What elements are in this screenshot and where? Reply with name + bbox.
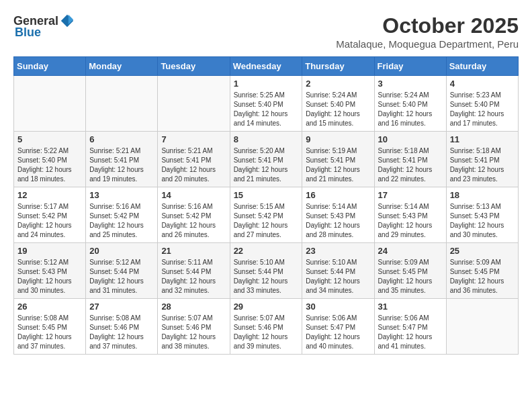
day-info: Sunrise: 5:09 AM Sunset: 5:45 PM Dayligh… [450, 258, 515, 295]
day-info: Sunrise: 5:18 AM Sunset: 5:41 PM Dayligh… [378, 146, 443, 184]
day-number: 15 [234, 190, 299, 200]
day-info: Sunrise: 5:17 AM Sunset: 5:42 PM Dayligh… [17, 202, 82, 240]
header-day-tuesday: Tuesday [158, 57, 230, 76]
day-number: 25 [450, 246, 515, 256]
calendar-cell: 27Sunrise: 5:08 AM Sunset: 5:46 PM Dayli… [86, 299, 158, 355]
day-number: 23 [306, 246, 370, 256]
day-number: 21 [161, 246, 226, 256]
calendar-cell: 14Sunrise: 5:16 AM Sunset: 5:42 PM Dayli… [158, 187, 230, 243]
day-info: Sunrise: 5:08 AM Sunset: 5:46 PM Dayligh… [89, 314, 154, 351]
day-info: Sunrise: 5:22 AM Sunset: 5:40 PM Dayligh… [17, 146, 82, 184]
day-number: 4 [450, 79, 515, 89]
header-day-sunday: Sunday [14, 57, 86, 76]
calendar-cell: 25Sunrise: 5:09 AM Sunset: 5:45 PM Dayli… [446, 243, 518, 299]
calendar-cell: 5Sunrise: 5:22 AM Sunset: 5:40 PM Daylig… [14, 132, 86, 187]
day-info: Sunrise: 5:07 AM Sunset: 5:46 PM Dayligh… [234, 314, 299, 351]
day-info: Sunrise: 5:15 AM Sunset: 5:42 PM Dayligh… [234, 202, 299, 240]
calendar-cell [158, 76, 230, 132]
calendar-cell: 18Sunrise: 5:13 AM Sunset: 5:43 PM Dayli… [446, 187, 518, 243]
day-info: Sunrise: 5:24 AM Sunset: 5:40 PM Dayligh… [378, 91, 443, 128]
day-number: 11 [450, 134, 515, 144]
calendar-cell [14, 76, 86, 132]
day-number: 3 [378, 79, 443, 89]
day-info: Sunrise: 5:19 AM Sunset: 5:41 PM Dayligh… [306, 146, 370, 184]
day-info: Sunrise: 5:09 AM Sunset: 5:45 PM Dayligh… [378, 258, 443, 295]
day-info: Sunrise: 5:07 AM Sunset: 5:46 PM Dayligh… [161, 314, 226, 351]
day-info: Sunrise: 5:24 AM Sunset: 5:40 PM Dayligh… [306, 91, 370, 128]
calendar-cell: 2Sunrise: 5:24 AM Sunset: 5:40 PM Daylig… [302, 76, 374, 132]
day-number: 6 [89, 134, 154, 144]
day-number: 27 [89, 302, 154, 312]
day-info: Sunrise: 5:06 AM Sunset: 5:47 PM Dayligh… [306, 314, 370, 351]
calendar-cell: 28Sunrise: 5:07 AM Sunset: 5:46 PM Dayli… [158, 299, 230, 355]
day-number: 22 [234, 246, 299, 256]
calendar-week-row: 19Sunrise: 5:12 AM Sunset: 5:43 PM Dayli… [14, 243, 519, 299]
calendar-header-row: SundayMondayTuesdayWednesdayThursdayFrid… [14, 57, 519, 76]
day-number: 30 [306, 302, 370, 312]
day-info: Sunrise: 5:21 AM Sunset: 5:41 PM Dayligh… [161, 146, 226, 184]
calendar-cell: 29Sunrise: 5:07 AM Sunset: 5:46 PM Dayli… [230, 299, 302, 355]
day-info: Sunrise: 5:16 AM Sunset: 5:42 PM Dayligh… [89, 202, 154, 240]
calendar-cell: 1Sunrise: 5:25 AM Sunset: 5:40 PM Daylig… [230, 76, 302, 132]
calendar-cell: 21Sunrise: 5:11 AM Sunset: 5:44 PM Dayli… [158, 243, 230, 299]
calendar-week-row: 1Sunrise: 5:25 AM Sunset: 5:40 PM Daylig… [14, 76, 519, 132]
logo: General Blue [13, 13, 75, 40]
day-number: 12 [17, 190, 82, 200]
calendar-cell: 11Sunrise: 5:18 AM Sunset: 5:41 PM Dayli… [446, 132, 518, 187]
logo-icon [60, 13, 75, 28]
location-subtitle: Matalaque, Moquegua Department, Peru [336, 38, 519, 50]
day-number: 18 [450, 190, 515, 200]
header-day-monday: Monday [86, 57, 158, 76]
calendar-cell: 12Sunrise: 5:17 AM Sunset: 5:42 PM Dayli… [14, 187, 86, 243]
month-title: October 2025 [336, 13, 519, 38]
calendar-week-row: 12Sunrise: 5:17 AM Sunset: 5:42 PM Dayli… [14, 187, 519, 243]
header-day-thursday: Thursday [302, 57, 374, 76]
day-number: 14 [161, 190, 226, 200]
calendar-cell: 9Sunrise: 5:19 AM Sunset: 5:41 PM Daylig… [302, 132, 374, 187]
day-number: 16 [306, 190, 370, 200]
day-number: 9 [306, 134, 370, 144]
day-number: 26 [17, 302, 82, 312]
header-day-saturday: Saturday [446, 57, 518, 76]
day-info: Sunrise: 5:14 AM Sunset: 5:43 PM Dayligh… [378, 202, 443, 240]
day-number: 8 [234, 134, 299, 144]
day-info: Sunrise: 5:08 AM Sunset: 5:45 PM Dayligh… [17, 314, 82, 351]
calendar-cell: 22Sunrise: 5:10 AM Sunset: 5:44 PM Dayli… [230, 243, 302, 299]
calendar-cell: 4Sunrise: 5:23 AM Sunset: 5:40 PM Daylig… [446, 76, 518, 132]
day-number: 10 [378, 134, 443, 144]
calendar-cell: 15Sunrise: 5:15 AM Sunset: 5:42 PM Dayli… [230, 187, 302, 243]
calendar-cell: 6Sunrise: 5:21 AM Sunset: 5:41 PM Daylig… [86, 132, 158, 187]
calendar-cell: 7Sunrise: 5:21 AM Sunset: 5:41 PM Daylig… [158, 132, 230, 187]
calendar-cell: 13Sunrise: 5:16 AM Sunset: 5:42 PM Dayli… [86, 187, 158, 243]
day-info: Sunrise: 5:23 AM Sunset: 5:40 PM Dayligh… [450, 91, 515, 128]
calendar-cell: 20Sunrise: 5:12 AM Sunset: 5:44 PM Dayli… [86, 243, 158, 299]
calendar-cell: 17Sunrise: 5:14 AM Sunset: 5:43 PM Dayli… [374, 187, 446, 243]
day-info: Sunrise: 5:13 AM Sunset: 5:43 PM Dayligh… [450, 202, 515, 240]
day-number: 17 [378, 190, 443, 200]
logo-blue-text: Blue [15, 26, 41, 40]
day-number: 19 [17, 246, 82, 256]
day-number: 13 [89, 190, 154, 200]
day-info: Sunrise: 5:14 AM Sunset: 5:43 PM Dayligh… [306, 202, 370, 240]
calendar-cell: 16Sunrise: 5:14 AM Sunset: 5:43 PM Dayli… [302, 187, 374, 243]
title-section: October 2025 Matalaque, Moquegua Departm… [336, 13, 519, 50]
day-info: Sunrise: 5:12 AM Sunset: 5:44 PM Dayligh… [89, 258, 154, 295]
calendar-cell [446, 299, 518, 355]
calendar-cell: 24Sunrise: 5:09 AM Sunset: 5:45 PM Dayli… [374, 243, 446, 299]
day-number: 1 [234, 79, 299, 89]
calendar-cell: 30Sunrise: 5:06 AM Sunset: 5:47 PM Dayli… [302, 299, 374, 355]
calendar-table: SundayMondayTuesdayWednesdayThursdayFrid… [13, 56, 519, 355]
day-info: Sunrise: 5:21 AM Sunset: 5:41 PM Dayligh… [89, 146, 154, 184]
calendar-cell: 19Sunrise: 5:12 AM Sunset: 5:43 PM Dayli… [14, 243, 86, 299]
day-info: Sunrise: 5:12 AM Sunset: 5:43 PM Dayligh… [17, 258, 82, 295]
calendar-cell: 23Sunrise: 5:10 AM Sunset: 5:44 PM Dayli… [302, 243, 374, 299]
day-info: Sunrise: 5:11 AM Sunset: 5:44 PM Dayligh… [161, 258, 226, 295]
calendar-cell [86, 76, 158, 132]
day-number: 7 [161, 134, 226, 144]
header-day-wednesday: Wednesday [230, 57, 302, 76]
day-number: 20 [89, 246, 154, 256]
day-info: Sunrise: 5:25 AM Sunset: 5:40 PM Dayligh… [234, 91, 299, 128]
day-info: Sunrise: 5:10 AM Sunset: 5:44 PM Dayligh… [234, 258, 299, 295]
day-info: Sunrise: 5:06 AM Sunset: 5:47 PM Dayligh… [378, 314, 443, 351]
calendar-cell: 3Sunrise: 5:24 AM Sunset: 5:40 PM Daylig… [374, 76, 446, 132]
